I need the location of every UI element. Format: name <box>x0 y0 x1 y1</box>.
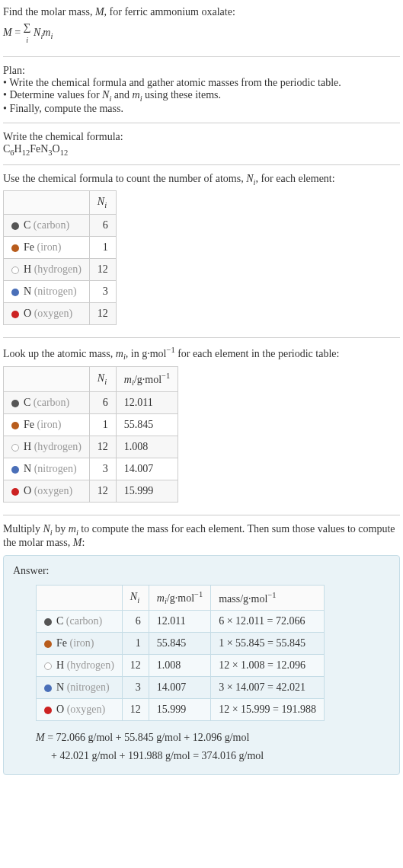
intro-section: Find the molar mass, M, for ferric ammon… <box>3 3 400 52</box>
calc-cell: 12 × 15.999 = 191.988 <box>211 699 325 721</box>
mass-cell: 15.999 <box>149 699 210 721</box>
element-cell: O (oxygen) <box>37 699 123 721</box>
count-cell: 6 <box>89 215 116 237</box>
divider <box>3 515 400 515</box>
table-row: N (nitrogen)314.0073 × 14.007 = 42.021 <box>37 677 325 699</box>
table-row: N (nitrogen)3 <box>4 281 117 303</box>
eq-N: N <box>34 27 40 38</box>
calc-cell: 3 × 14.007 = 42.021 <box>211 677 325 699</box>
count-cell: 1 <box>89 414 116 436</box>
element-cell: Fe (iron) <box>4 237 90 259</box>
element-dot-icon <box>44 685 52 692</box>
element-cell: N (nitrogen) <box>4 281 90 303</box>
table-header-blank <box>4 191 90 215</box>
table-header-row: Ni <box>4 191 117 215</box>
element-cell: Fe (iron) <box>37 633 123 655</box>
count-cell: 6 <box>89 392 116 414</box>
calc-cell: 6 × 12.011 = 72.066 <box>211 611 325 633</box>
count-cell: 12 <box>89 303 116 325</box>
chem-c: C <box>3 143 10 155</box>
final-M: M <box>73 537 82 548</box>
mass-cell: 1.008 <box>116 436 178 458</box>
element-dot-icon <box>44 662 52 670</box>
chem-fe: Fe <box>30 143 40 155</box>
mass-cell: 15.999 <box>116 480 178 503</box>
element-cell: Fe (iron) <box>4 414 90 436</box>
calc-cell: 12 × 1.008 = 12.096 <box>211 655 325 677</box>
divider <box>3 56 400 57</box>
element-cell: C (carbon) <box>37 611 123 633</box>
count-cell: 12 <box>89 436 116 458</box>
plan-bullet-1: • Write the chemical formula and gather … <box>3 77 400 89</box>
element-dot-icon <box>11 400 19 407</box>
plan-b2b: and <box>111 89 132 101</box>
count-a: Use the chemical formula to count the nu… <box>3 173 246 184</box>
table-header-N: Ni <box>89 191 116 215</box>
table-row: C (carbon)612.0116 × 12.011 = 72.066 <box>37 611 325 633</box>
element-dot-icon <box>11 311 19 318</box>
count-section: Use the chemical formula to count the nu… <box>3 170 400 333</box>
table-row: H (hydrogen)121.008 <box>4 436 178 458</box>
mass-a: Look up the atomic mass, <box>3 348 116 359</box>
element-cell: O (oxygen) <box>4 303 90 325</box>
element-dot-icon <box>44 640 52 648</box>
count-cell: 3 <box>89 281 116 303</box>
table-row: C (carbon)612.011 <box>4 392 178 414</box>
eq-msub: i <box>50 32 53 40</box>
eq-lhs: M <box>3 27 12 38</box>
table-row: H (hydrogen)121.00812 × 1.008 = 12.096 <box>37 655 325 677</box>
count-b: , for each element: <box>255 173 334 184</box>
plan-section: Plan: • Write the chemical formula and g… <box>3 62 400 118</box>
mass-cell: 55.845 <box>149 633 210 655</box>
element-dot-icon <box>11 266 19 274</box>
count-line: Use the chemical formula to count the nu… <box>3 173 400 187</box>
table-row: N (nitrogen)314.007 <box>4 458 178 480</box>
plan-bullet-3: • Finally, compute the mass. <box>3 103 400 115</box>
mass-cell: 14.007 <box>116 458 178 480</box>
intro-M: M <box>95 6 104 18</box>
mass-cell: 12.011 <box>149 611 210 633</box>
element-cell: H (hydrogen) <box>4 259 90 281</box>
eq-sigma: ∑ <box>24 21 31 33</box>
final-a: Multiply <box>3 523 43 535</box>
mass-sup: −1 <box>166 346 174 354</box>
element-cell: N (nitrogen) <box>37 677 123 699</box>
element-cell: C (carbon) <box>4 392 90 414</box>
intro-equation: M = ∑i Nimi <box>3 21 400 46</box>
element-cell: H (hydrogen) <box>4 436 90 458</box>
mass-b: , in g·mol <box>126 348 167 359</box>
mass-cell: 1.008 <box>149 655 210 677</box>
chemical-formula-section: Write the chemical formula: C6H12FeN3O12 <box>3 128 400 160</box>
count-cell: 6 <box>122 611 149 633</box>
plan-b2c: using these items. <box>142 89 221 101</box>
table-header-row: Ni mi/g·mol−1 <box>4 366 178 391</box>
table-header-mass: mass/g·mol−1 <box>211 585 325 610</box>
table-header-m: mi/g·mol−1 <box>149 585 210 610</box>
chem-n: N <box>40 143 48 155</box>
count-cell: 1 <box>89 237 116 259</box>
element-cell: C (carbon) <box>4 215 90 237</box>
answer-box: Answer: Ni mi/g·mol−1 mass/g·mol−1 C (ca… <box>3 555 400 775</box>
molar-mass-line-2: + 42.021 g/mol + 191.988 g/mol = 374.016… <box>13 747 390 765</box>
mass-table: Ni mi/g·mol−1 C (carbon)612.011 Fe (iron… <box>3 366 178 503</box>
element-dot-icon <box>11 244 19 252</box>
element-dot-icon <box>11 289 19 296</box>
final-N: N <box>43 523 50 535</box>
mass-section: Look up the atomic mass, mi, in g·mol−1 … <box>3 343 400 510</box>
table-row: H (hydrogen)12 <box>4 259 117 281</box>
element-dot-icon <box>11 422 19 429</box>
table-row: O (oxygen)12 <box>4 303 117 325</box>
eq-eq: = <box>12 27 24 38</box>
final-b: by <box>53 523 69 535</box>
plan-m: m <box>133 89 140 101</box>
count-cell: 12 <box>89 259 116 281</box>
element-cell: H (hydrogen) <box>37 655 123 677</box>
count-cell: 12 <box>122 655 149 677</box>
table-header-blank <box>4 366 90 391</box>
chem-formula: C6H12FeN3O12 <box>3 143 400 157</box>
mass-line: Look up the atomic mass, mi, in g·mol−1 … <box>3 346 400 361</box>
element-dot-icon <box>44 618 52 626</box>
table-row: O (oxygen)1215.99912 × 15.999 = 191.988 <box>37 699 325 721</box>
table-row: Fe (iron)155.8451 × 55.845 = 55.845 <box>37 633 325 655</box>
table-row: Fe (iron)1 <box>4 237 117 259</box>
